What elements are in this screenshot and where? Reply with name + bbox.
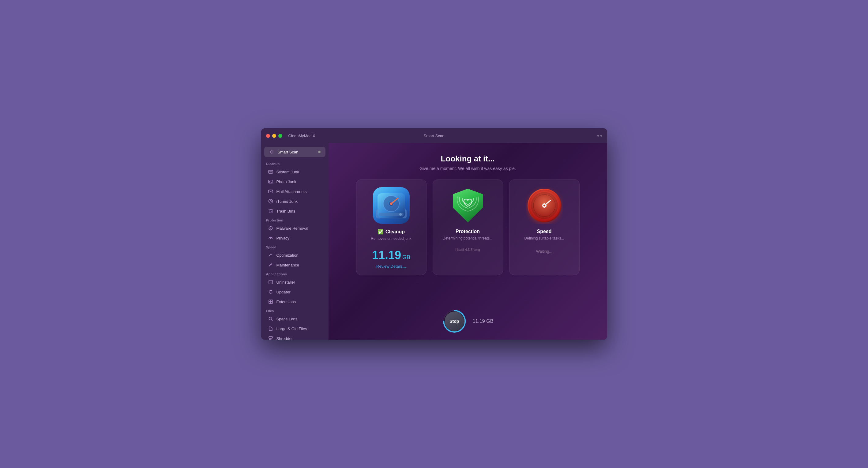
mail-icon: [268, 189, 273, 194]
mail-attachments-label: Mail Attachments: [277, 189, 307, 194]
protection-icon: [450, 187, 486, 224]
sidebar-item-space-lens[interactable]: Space Lens: [263, 314, 327, 324]
svg-point-29: [269, 317, 272, 320]
stop-button[interactable]: Stop: [444, 312, 464, 331]
svg-point-41: [399, 213, 402, 215]
protection-card: Protection Determining potential threats…: [433, 179, 503, 275]
svg-line-22: [272, 254, 272, 255]
protection-card-desc: Determining potential threats...: [443, 236, 493, 246]
itunes-icon: [268, 199, 273, 204]
system-junk-label: System Junk: [277, 170, 299, 174]
sidebar-item-optimization[interactable]: Optimization: [263, 250, 327, 260]
cleanup-check-icon: ✅: [377, 229, 384, 235]
section-header-cleanup: Cleanup: [261, 159, 329, 167]
speed-card: Speed Defining suitable tasks... Waiting…: [509, 179, 580, 275]
svg-rect-26: [271, 300, 273, 302]
size-display: 11.19 GB: [473, 319, 494, 324]
extensions-label: Extensions: [277, 299, 296, 304]
section-header-applications: Applications: [261, 270, 329, 277]
updater-label: Updater: [277, 290, 290, 294]
trash-icon: [268, 208, 273, 214]
cleanup-size-value: 11.19: [372, 249, 401, 261]
malware-removal-label: Malware Removal: [277, 226, 308, 231]
minimize-button[interactable]: [272, 134, 276, 138]
space-lens-icon: [268, 316, 273, 322]
large-files-icon: [268, 326, 273, 331]
svg-rect-8: [269, 210, 272, 213]
shredder-icon: [268, 336, 273, 340]
svg-point-17: [270, 228, 271, 229]
optimization-icon: [268, 253, 273, 258]
svg-rect-27: [269, 302, 271, 303]
svg-rect-28: [271, 302, 273, 303]
speed-card-title: Speed: [537, 229, 551, 234]
sidebar-item-trash-bins[interactable]: Trash Bins: [263, 206, 327, 216]
cleanup-card: ✅ Cleanup Removes unneeded junk 11.19 GB…: [356, 179, 427, 275]
svg-line-21: [271, 254, 272, 255]
cleanup-title-row: ✅ Cleanup: [377, 229, 405, 235]
svg-point-5: [269, 199, 273, 203]
protection-file-label: Hazel-4.3.5.dmg: [455, 248, 480, 252]
review-details-link[interactable]: Review Details...: [376, 264, 406, 269]
sidebar: ⊙ Smart Scan Cleanup System Junk Photo J…: [261, 143, 329, 340]
sidebar-item-itunes-junk[interactable]: iTunes Junk: [263, 196, 327, 206]
sidebar-item-updater[interactable]: Updater: [263, 287, 327, 297]
speed-icon: [528, 189, 561, 222]
sidebar-item-extensions[interactable]: Extensions: [263, 297, 327, 306]
svg-rect-1: [270, 171, 272, 172]
privacy-label: Privacy: [277, 236, 290, 240]
cleanup-icon-wrap: [373, 187, 410, 224]
itunes-junk-label: iTunes Junk: [277, 199, 298, 204]
bottom-bar: Stop 11.19 GB: [442, 309, 494, 333]
trash-bins-label: Trash Bins: [277, 209, 296, 213]
cleanup-card-desc: Removes unneeded junk: [371, 236, 411, 246]
sidebar-item-mail-attachments[interactable]: Mail Attachments: [263, 186, 327, 196]
cleanup-icon: [373, 187, 410, 224]
stop-button-wrap: Stop: [442, 309, 467, 333]
svg-line-34: [272, 338, 272, 340]
updater-icon: [268, 289, 273, 295]
svg-line-30: [271, 320, 273, 321]
maintenance-icon: [268, 262, 273, 268]
speed-title-row: Speed: [537, 229, 551, 234]
sidebar-item-malware-removal[interactable]: Malware Removal: [263, 223, 327, 233]
maintenance-label: Maintenance: [277, 263, 299, 267]
smart-scan-label: Smart Scan: [278, 150, 315, 154]
sidebar-item-shredder[interactable]: Shredder: [263, 333, 327, 340]
svg-rect-31: [269, 337, 273, 338]
sidebar-item-uninstaller[interactable]: Uninstaller: [263, 277, 327, 287]
malware-icon: [268, 226, 273, 231]
privacy-icon: [268, 235, 273, 241]
sidebar-item-privacy[interactable]: Privacy: [263, 233, 327, 243]
protection-icon-wrap: [450, 187, 486, 224]
cleanup-size: 11.19 GB: [372, 249, 410, 262]
titlebar-dot-1: [597, 135, 599, 137]
scan-indicator: [318, 151, 320, 153]
app-name-label: CleanMyMac X: [288, 134, 315, 138]
photo-junk-icon: [268, 179, 273, 184]
svg-point-39: [390, 202, 393, 205]
sidebar-item-smart-scan[interactable]: ⊙ Smart Scan: [264, 147, 326, 157]
uninstaller-icon: [268, 279, 273, 285]
sidebar-item-maintenance[interactable]: Maintenance: [263, 260, 327, 270]
extensions-icon: [268, 299, 273, 304]
speed-card-desc: Defining suitable tasks...: [524, 236, 564, 246]
protection-card-title: Protection: [456, 229, 480, 234]
protection-title-row: Protection: [456, 229, 480, 234]
maximize-button[interactable]: [278, 134, 282, 138]
svg-line-32: [270, 338, 270, 340]
cleanup-card-title: Cleanup: [385, 229, 405, 235]
app-window: CleanMyMac X Smart Scan ⊙ Smart Scan Cle…: [261, 128, 607, 340]
close-button[interactable]: [266, 134, 270, 138]
traffic-lights: [266, 134, 282, 138]
titlebar-right-controls: [597, 135, 602, 137]
sidebar-item-system-junk[interactable]: System Junk: [263, 167, 327, 177]
svg-point-6: [270, 201, 271, 202]
sidebar-item-large-old-files[interactable]: Large & Old Files: [263, 324, 327, 333]
uninstaller-label: Uninstaller: [277, 280, 295, 285]
section-header-protection: Protection: [261, 216, 329, 223]
section-header-speed: Speed: [261, 243, 329, 250]
svg-line-19: [269, 255, 270, 256]
sidebar-item-photo-junk[interactable]: Photo Junk: [263, 177, 327, 186]
svg-line-20: [270, 254, 271, 255]
